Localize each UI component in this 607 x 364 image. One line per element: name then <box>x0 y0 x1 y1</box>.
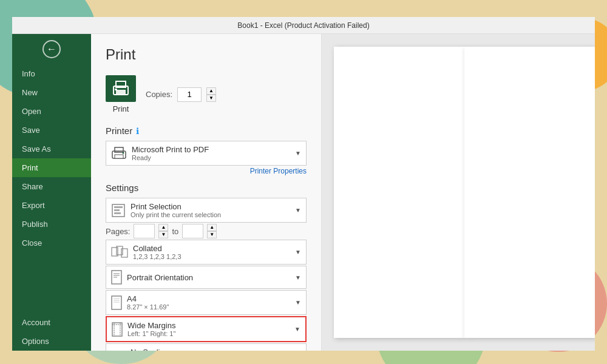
setting-collated[interactable]: Collated 1,2,3 1,2,3 1,2,3 ▼ <box>106 240 307 265</box>
pages-from-up[interactable]: ▲ <box>158 224 168 231</box>
svg-rect-19 <box>112 296 121 309</box>
setting-scaling-content: No Scaling Print sheets at their actual … <box>131 348 290 351</box>
pages-to-down[interactable]: ▼ <box>207 231 217 238</box>
print-preview <box>322 34 595 351</box>
sidebar-item-open[interactable]: Open <box>12 102 91 121</box>
print-selection-icon <box>111 204 126 217</box>
info-icon: ℹ <box>136 126 139 136</box>
svg-point-7 <box>123 152 124 153</box>
copies-down-button[interactable]: ▼ <box>206 95 216 102</box>
sidebar-item-export[interactable]: Export <box>12 196 91 215</box>
preview-page-right <box>464 47 595 338</box>
sidebar-item-print[interactable]: Print <box>12 158 91 177</box>
print-button-label: Print <box>113 104 129 113</box>
pages-to-up[interactable]: ▲ <box>207 224 217 231</box>
setting-orientation-content: Portrait Orientation <box>127 273 290 282</box>
sidebar-item-options[interactable]: Options <box>12 332 91 351</box>
sidebar: ← Info New Open Save Save As Print Share <box>12 34 91 351</box>
setting-dropdown-arrow-5: ▼ <box>294 326 300 332</box>
setting-print-selection-content: Print Selection Only print the current s… <box>131 202 290 218</box>
pages-to-spinner: ▲ ▼ <box>207 224 217 238</box>
pages-from-down[interactable]: ▼ <box>158 231 168 238</box>
printer-icon <box>111 80 131 97</box>
setting-orientation[interactable]: Portrait Orientation ▼ <box>106 266 307 289</box>
pages-section: Pages: ▲ ▼ to ▲ ▼ <box>106 224 307 238</box>
svg-rect-11 <box>114 212 121 214</box>
setting-print-selection[interactable]: Print Selection Only print the current s… <box>106 198 307 223</box>
copies-section: Copies: ▲ ▼ <box>146 87 216 102</box>
pages-from-spinner: ▲ ▼ <box>158 224 168 238</box>
copies-up-button[interactable]: ▲ <box>206 87 216 95</box>
svg-rect-6 <box>115 155 123 158</box>
setting-dropdown-arrow-4: ▼ <box>295 299 301 306</box>
setting-dropdown-arrow-2: ▼ <box>295 249 301 255</box>
print-panel: Print Print <box>91 34 322 351</box>
printer-properties-link[interactable]: Printer Properties <box>106 167 307 175</box>
setting-margins-content: Wide Margins Left: 1" Right: 1" <box>127 321 290 337</box>
main-content: Print Print <box>91 34 595 351</box>
titlebar: Book1 - Excel (Product Activation Failed… <box>12 17 595 34</box>
svg-rect-9 <box>114 206 123 208</box>
collated-icon <box>111 246 128 259</box>
printer-dropdown-arrow: ▼ <box>295 150 301 157</box>
printer-select-content: Microsoft Print to PDF Ready <box>132 145 290 161</box>
setting-margins[interactable]: Wide Margins Left: 1" Right: 1" ▼ <box>106 316 307 342</box>
sidebar-item-save-as[interactable]: Save As <box>12 140 91 158</box>
pages-to-label: to <box>172 227 178 236</box>
pages-label: Pages: <box>106 227 130 236</box>
window-content: ← Info New Open Save Save As Print Share <box>12 34 595 351</box>
sidebar-item-publish[interactable]: Publish <box>12 215 91 234</box>
print-button[interactable]: Print <box>106 75 136 113</box>
print-button-section: Print Copies: ▲ ▼ <box>106 75 307 113</box>
page-title: Print <box>106 46 307 63</box>
sidebar-item-share[interactable]: Share <box>12 177 91 196</box>
preview-page-left <box>334 47 464 338</box>
back-button[interactable]: ← <box>12 34 91 64</box>
setting-dropdown-arrow-1: ▼ <box>295 207 301 214</box>
sidebar-item-new[interactable]: New <box>12 83 91 102</box>
sidebar-item-close[interactable]: Close <box>12 234 91 252</box>
copies-spinner: ▲ ▼ <box>206 87 216 102</box>
back-icon: ← <box>42 40 61 58</box>
printer-icon-container <box>111 147 127 160</box>
printer-name: Microsoft Print to PDF <box>132 145 290 154</box>
excel-window: Book1 - Excel (Product Activation Failed… <box>12 17 595 351</box>
printer-select[interactable]: Microsoft Print to PDF Ready ▼ <box>106 141 307 166</box>
setting-dropdown-arrow-3: ▼ <box>295 274 301 281</box>
svg-rect-2 <box>116 90 126 95</box>
printer-status: Ready <box>132 154 290 161</box>
copies-input[interactable] <box>177 87 202 102</box>
orientation-icon <box>111 270 122 285</box>
printer-select-icon <box>111 147 127 160</box>
printer-icon-box <box>106 75 136 102</box>
sidebar-item-save[interactable]: Save <box>12 121 91 140</box>
svg-rect-5 <box>115 147 123 152</box>
setting-collated-content: Collated 1,2,3 1,2,3 1,2,3 <box>133 244 290 260</box>
paper-icon <box>111 295 122 310</box>
settings-section-header: Settings <box>106 183 307 193</box>
titlebar-text: Book1 - Excel (Product Activation Failed… <box>237 21 369 30</box>
svg-rect-10 <box>114 209 120 211</box>
setting-paper[interactable]: A4 8.27" × 11.69" ▼ <box>106 290 307 315</box>
copies-label: Copies: <box>146 90 172 99</box>
margins-icon <box>112 322 123 337</box>
printer-section-header: Printer ℹ <box>106 126 307 136</box>
pages-to-input[interactable] <box>182 224 203 238</box>
sidebar-item-info[interactable]: Info <box>12 64 91 83</box>
setting-paper-content: A4 8.27" × 11.69" <box>127 294 290 311</box>
sidebar-item-account[interactable]: Account <box>12 313 91 332</box>
pages-from-input[interactable] <box>134 224 155 238</box>
setting-scaling[interactable]: 100 No Scaling Print sheets at their act… <box>106 343 307 351</box>
svg-rect-3 <box>115 89 117 90</box>
